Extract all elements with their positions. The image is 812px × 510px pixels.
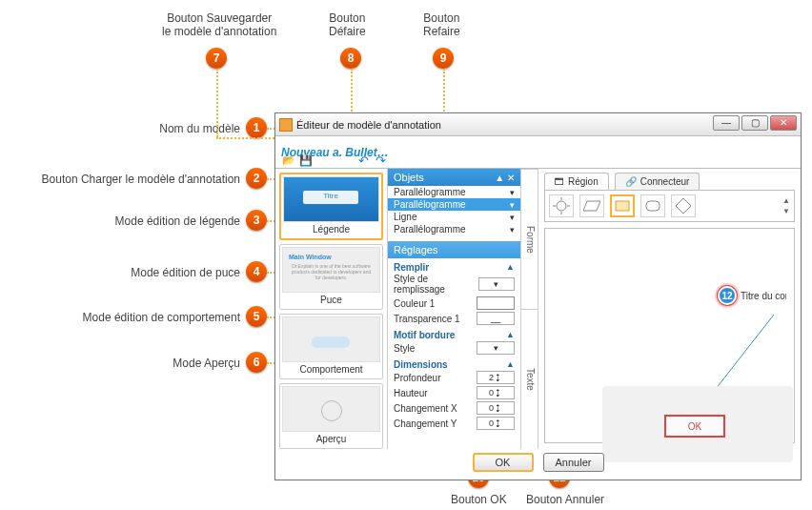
settings-header: Réglages — [388, 241, 520, 258]
annotation-number: 12 — [718, 286, 737, 305]
label-2: Bouton Charger le modèle d'annotation — [8, 173, 240, 186]
redo-button[interactable]: ↷ — [373, 153, 388, 167]
canvas-ok-shape[interactable]: OK — [664, 415, 725, 438]
section-label: Dimensions — [394, 359, 448, 370]
ok-button[interactable]: OK — [473, 453, 534, 472]
maximize-button[interactable]: ▢ — [741, 115, 768, 131]
prop-offset-x: Changement X 0⭥ — [388, 400, 520, 416]
label-6: Mode Aperçu — [154, 357, 240, 370]
object-label: Ligne — [394, 212, 416, 222]
region-icon: 🗔 — [555, 176, 564, 187]
section-label: Motif bordure — [394, 330, 455, 340]
shape-diamond-icon[interactable] — [671, 194, 696, 217]
spinner-value: 2 — [489, 373, 494, 382]
label-8: Bouton Défaire — [329, 11, 366, 38]
move-down-icon[interactable]: ▾ — [510, 200, 515, 210]
close-button[interactable]: ✕ — [770, 115, 797, 131]
tab-region[interactable]: 🗔 Région — [544, 173, 609, 190]
mode-caption: Légende — [281, 224, 381, 235]
collapse-icon[interactable]: ▲ — [506, 262, 515, 273]
move-down-icon[interactable]: ▾ — [510, 225, 515, 235]
svg-marker-8 — [676, 198, 691, 214]
shape-parallelogram-icon[interactable] — [579, 194, 604, 217]
object-item[interactable]: Parallélogramme▾ — [388, 198, 520, 211]
prop-color1: Couleur 1 — [388, 296, 520, 311]
scroll-up-icon[interactable]: ▲ — [782, 196, 790, 205]
prop-border-style: Style ▾ — [388, 340, 520, 356]
annotation-bubble[interactable]: 12 Titre du con — [718, 286, 786, 305]
object-item[interactable]: Ligne▾ — [388, 211, 520, 223]
side-tab-text[interactable]: Texte — [521, 309, 538, 449]
connector-icon: 🔗 — [625, 176, 637, 187]
section-fill[interactable]: Remplir▲ — [388, 258, 520, 273]
mode-bullet[interactable]: 2 Main Window Dr.Explain is one of the b… — [279, 244, 383, 310]
annotation-editor-dialog: Éditeur de modèle d'annotation — ▢ ✕ Nou… — [274, 112, 802, 480]
label-5: Mode édition de comportement — [44, 311, 240, 324]
shape-sun-icon[interactable] — [549, 194, 574, 217]
section-border[interactable]: Motif bordure▲ — [388, 326, 520, 340]
objects-actions[interactable]: ▲ ✕ — [495, 173, 515, 183]
callout-3: 3 — [246, 210, 267, 231]
mode-preview[interactable]: 4 Aperçu — [279, 383, 383, 449]
settings-title: Réglages — [394, 244, 437, 255]
object-item[interactable]: Parallélogramme▾ — [388, 223, 520, 235]
color-swatch[interactable] — [477, 296, 515, 310]
prop-label: Couleur 1 — [394, 298, 435, 309]
tab-label: Région — [568, 176, 599, 187]
label-4: Mode édition de puce — [99, 266, 240, 279]
label-3: Mode édition de légende — [80, 214, 240, 228]
window-title: Éditeur de modèle d'annotation — [296, 119, 441, 131]
callout-8: 8 — [340, 48, 361, 69]
titlebar[interactable]: Éditeur de modèle d'annotation — ▢ ✕ — [275, 113, 801, 136]
annotation-text: Titre du con — [741, 291, 786, 301]
callout-1: 1 — [246, 117, 267, 138]
mode-bullet-preview: Main Window Dr.Explain is one of the bes… — [282, 247, 380, 293]
callout-4: 4 — [246, 261, 267, 282]
mode-preview-preview — [282, 386, 380, 432]
side-tab-shape[interactable]: Forme — [521, 169, 538, 309]
collapse-icon[interactable]: ▲ — [506, 330, 515, 340]
callout-7: 7 — [206, 48, 227, 69]
mode-behavior[interactable]: 3 Comportement — [279, 314, 383, 379]
shape-roundrect-icon[interactable] — [640, 194, 665, 217]
spinner[interactable]: 2⭥ — [477, 371, 515, 384]
cancel-button[interactable]: Annuler — [543, 453, 604, 472]
object-item[interactable]: Parallélogramme▾ — [388, 186, 520, 198]
app-icon — [279, 118, 293, 132]
canvas[interactable]: 12 Titre du con OK — [544, 228, 795, 443]
minimize-button[interactable]: — — [713, 115, 740, 131]
shape-rectangle-icon[interactable] — [610, 194, 635, 217]
tab-connector[interactable]: 🔗 Connecteur — [615, 173, 700, 190]
mode-legend-preview: Titre — [283, 176, 379, 222]
mode-caption: Puce — [280, 295, 382, 305]
object-label: Parallélogramme — [394, 224, 466, 235]
spinner-value: 0 — [489, 388, 494, 398]
dropdown[interactable]: ▾ — [478, 277, 515, 291]
objects-title: Objets — [394, 172, 424, 183]
callout-5: 5 — [246, 306, 267, 327]
undo-button[interactable]: ↶ — [355, 153, 371, 167]
label-11: Bouton Annuler — [526, 493, 604, 506]
canvas-area: 🗔 Région 🔗 Connecteur ▲ ▼ — [538, 169, 801, 449]
slider[interactable]: ⎯⎯ — [477, 312, 515, 325]
mode-thumbnails: 1 Titre Légende 2 Main Window Dr.Explain… — [275, 169, 388, 449]
collapse-icon[interactable]: ▲ — [506, 359, 515, 370]
spinner[interactable]: 0⭥ — [477, 417, 515, 430]
move-down-icon[interactable]: ▾ — [510, 213, 515, 222]
save-model-button[interactable]: 💾 — [298, 153, 314, 167]
objects-list: Parallélogramme▾ Parallélogramme▾ Ligne▾… — [388, 186, 520, 235]
shape-palette: ▲ ▼ — [544, 190, 795, 222]
toolbar: Nouveau a. Bullet + Fra... 📂 💾 ↶ ↷ — [275, 136, 801, 169]
section-dimensions[interactable]: Dimensions▲ — [388, 356, 520, 370]
scroll-down-icon[interactable]: ▼ — [782, 207, 790, 215]
move-down-icon[interactable]: ▾ — [510, 188, 515, 197]
load-model-button[interactable]: 📂 — [281, 153, 296, 167]
svg-rect-7 — [646, 201, 660, 211]
prop-label: Profondeur — [394, 373, 440, 383]
dropdown[interactable]: ▾ — [477, 341, 515, 355]
prop-label: Hauteur — [394, 388, 428, 398]
spinner[interactable]: 0⭥ — [477, 401, 515, 415]
spinner[interactable]: 0⭥ — [477, 386, 515, 399]
mode-legend[interactable]: 1 Titre Légende — [279, 173, 383, 240]
objects-panel: Objets ▲ ✕ Parallélogramme▾ Parallélogra… — [388, 169, 521, 449]
